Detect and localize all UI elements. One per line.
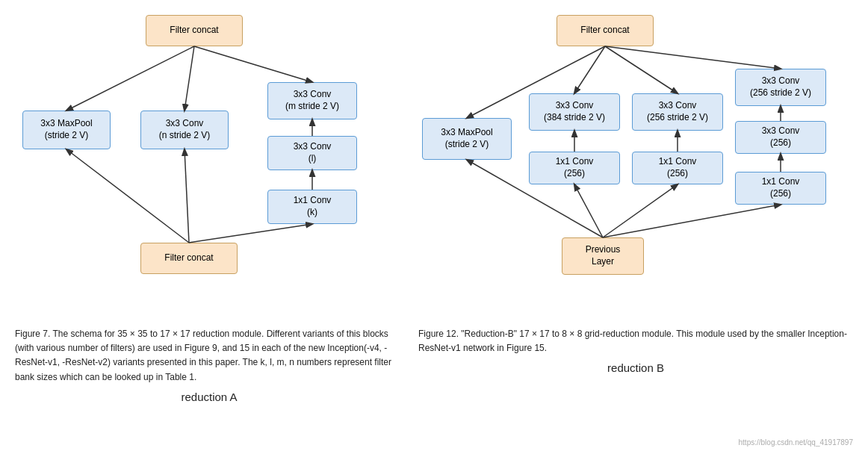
- right-conv1x1-256c: 1x1 Conv(256): [735, 172, 826, 205]
- right-filter-concat-top: Filter concat: [557, 15, 654, 46]
- watermark: https://blog.csdn.net/qq_41917897: [739, 438, 853, 447]
- left-maxpool: 3x3 MaxPool(stride 2 V): [22, 111, 111, 149]
- svg-line-7: [189, 224, 312, 243]
- right-caption: Figure 12. "Reduction-B" 17 × 17 to 8 × …: [418, 327, 853, 355]
- left-diagram: Filter concat 3x3 MaxPool(stride 2 V) 3x…: [15, 7, 403, 321]
- svg-line-11: [605, 46, 781, 69]
- svg-line-1: [185, 46, 194, 111]
- left-conv-n: 3x3 Conv(n stride 2 V): [140, 111, 229, 149]
- right-maxpool: 3x3 MaxPool(stride 2 V): [422, 118, 512, 160]
- svg-line-2: [194, 46, 312, 82]
- left-section: Filter concat 3x3 MaxPool(stride 2 V) 3x…: [15, 7, 403, 447]
- svg-line-10: [605, 46, 678, 93]
- right-conv384: 3x3 Conv(384 stride 2 V): [529, 93, 620, 131]
- svg-line-9: [574, 46, 605, 93]
- page-container: Filter concat 3x3 MaxPool(stride 2 V) 3x…: [0, 0, 868, 454]
- right-section-title: reduction B: [418, 361, 853, 374]
- right-prev-layer: PreviousLayer: [562, 237, 644, 275]
- right-section: Filter concat 3x3 MaxPool(stride 2 V) 3x…: [418, 7, 853, 447]
- right-conv1x1-256b: 1x1 Conv(256): [632, 152, 723, 184]
- right-conv256-stride2: 3x3 Conv(256 stride 2 V): [632, 93, 723, 131]
- right-conv256-stride2-c: 3x3 Conv(256 stride 2 V): [735, 69, 826, 106]
- svg-line-19: [603, 205, 781, 237]
- left-conv-k: 1x1 Conv(k): [267, 190, 357, 224]
- svg-line-5: [66, 149, 189, 243]
- left-filter-concat-top: Filter concat: [146, 15, 243, 46]
- left-section-title: reduction A: [15, 391, 403, 403]
- left-conv-l: 3x3 Conv(l): [267, 136, 357, 170]
- right-diagram: Filter concat 3x3 MaxPool(stride 2 V) 3x…: [418, 7, 853, 321]
- right-conv256-c: 3x3 Conv(256): [735, 121, 826, 154]
- svg-line-6: [185, 149, 189, 243]
- left-filter-concat-bot: Filter concat: [140, 243, 238, 274]
- svg-line-18: [603, 184, 678, 237]
- left-conv-m: 3x3 Conv(m stride 2 V): [267, 82, 357, 119]
- left-caption: Figure 7. The schema for 35 × 35 to 17 ×…: [15, 327, 403, 385]
- right-conv1x1-256a: 1x1 Conv(256): [529, 152, 620, 184]
- svg-line-0: [66, 46, 194, 111]
- svg-line-17: [574, 184, 603, 237]
